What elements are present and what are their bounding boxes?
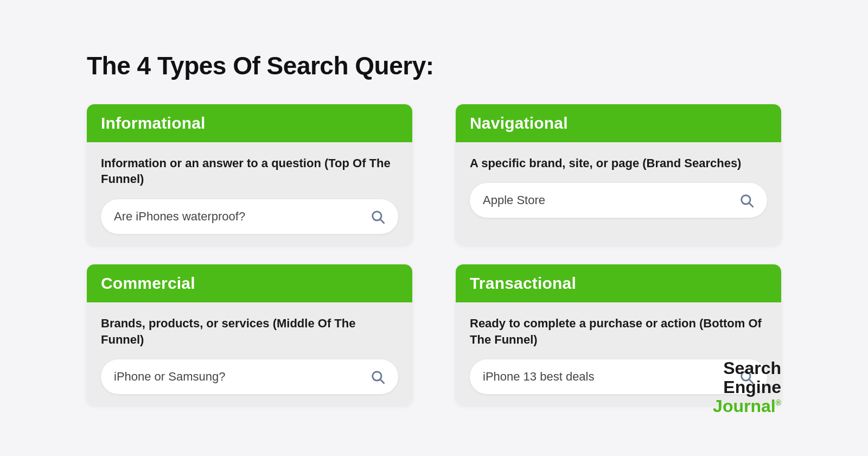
card-navigational-title: Navigational <box>470 114 568 132</box>
card-informational-description: Information or an answer to a question (… <box>101 155 398 187</box>
search-icon <box>737 191 756 210</box>
svg-line-5 <box>380 380 384 383</box>
card-navigational: Navigational A specific brand, site, or … <box>456 104 781 245</box>
card-commercial-header: Commercial <box>87 264 412 302</box>
card-informational-search-text: Are iPhones waterproof? <box>114 210 368 224</box>
card-navigational-body: A specific brand, site, or page (Brand S… <box>456 142 781 229</box>
search-svg-icon <box>370 209 385 224</box>
page-title: The 4 Types Of Search Query: <box>87 51 781 80</box>
card-transactional-search-text: iPhone 13 best deals <box>483 370 737 384</box>
search-svg-icon <box>370 369 385 384</box>
card-informational-header: Informational <box>87 104 412 142</box>
logo-journal: Journal® <box>713 396 781 416</box>
card-navigational-description: A specific brand, site, or page (Brand S… <box>470 155 767 172</box>
card-informational-body: Information or an answer to a question (… <box>87 142 412 245</box>
page-wrapper: The 4 Types Of Search Query: Information… <box>54 29 814 427</box>
logo-line1: Search Engine Journal® <box>713 359 781 416</box>
card-commercial-title: Commercial <box>101 274 195 292</box>
search-svg-icon <box>739 193 754 208</box>
cards-grid: Informational Information or an answer t… <box>87 104 781 406</box>
card-navigational-header: Navigational <box>456 104 781 142</box>
search-icon <box>368 207 387 226</box>
card-commercial-search-text: iPhone or Samsung? <box>114 370 368 384</box>
card-informational-search-bar: Are iPhones waterproof? <box>101 199 398 234</box>
card-transactional-description: Ready to complete a purchase or action (… <box>470 315 767 347</box>
svg-line-1 <box>380 219 384 223</box>
card-transactional-header: Transactional <box>456 264 781 302</box>
card-navigational-search-text: Apple Store <box>483 193 737 207</box>
logo: Search Engine Journal® <box>713 359 781 416</box>
card-commercial-body: Brands, products, or services (Middle Of… <box>87 302 412 405</box>
card-transactional-title: Transactional <box>470 274 576 292</box>
card-commercial: Commercial Brands, products, or services… <box>87 264 412 405</box>
svg-line-3 <box>749 204 752 207</box>
card-navigational-search-bar: Apple Store <box>470 183 767 218</box>
card-commercial-search-bar: iPhone or Samsung? <box>101 359 398 394</box>
card-commercial-description: Brands, products, or services (Middle Of… <box>101 315 398 347</box>
card-informational: Informational Information or an answer t… <box>87 104 412 245</box>
search-icon <box>368 367 387 387</box>
card-informational-title: Informational <box>101 114 206 132</box>
